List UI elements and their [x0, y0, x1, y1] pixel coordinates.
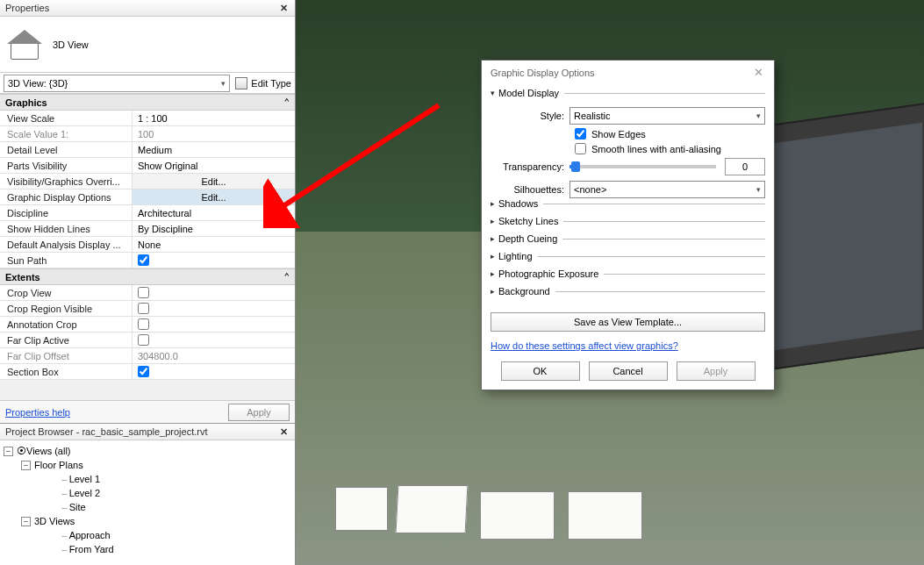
group-depth-cueing[interactable]: Depth Cueing [491, 233, 562, 244]
sun-path-checkbox[interactable] [138, 254, 149, 266]
paving-slab [396, 485, 469, 533]
group-photographic-exposure[interactable]: Photographic Exposure [491, 268, 604, 279]
show-edges-checkbox[interactable] [575, 128, 586, 139]
edit-type-button[interactable]: Edit Type [235, 77, 291, 89]
discipline-value[interactable]: Architectural [132, 205, 295, 220]
expander-icon[interactable]: − [21, 517, 31, 526]
graphic-display-options-dialog: Graphic Display Options ✕ Model Display … [481, 60, 775, 390]
type-selector[interactable]: 3D View [0, 17, 295, 73]
view-instance-combo[interactable]: 3D View: {3D} ▾ [4, 75, 230, 92]
visibility-graphics-edit-button[interactable]: Edit... [132, 174, 295, 189]
properties-apply-button[interactable]: Apply [228, 404, 290, 421]
transparency-value[interactable]: 0 [725, 158, 765, 175]
type-label: 3D View [53, 39, 89, 50]
far-clip-active-checkbox[interactable] [138, 334, 149, 346]
close-icon[interactable]: ✕ [277, 426, 290, 438]
smooth-lines-checkbox[interactable] [575, 143, 586, 154]
tree-item-approach[interactable]: Approach [69, 530, 111, 540]
tree-item-level2[interactable]: Level 2 [69, 488, 100, 498]
building-geometry [757, 102, 924, 372]
detail-level-value[interactable]: Medium [132, 142, 295, 157]
crop-view-checkbox[interactable] [138, 287, 149, 298]
chevron-down-icon: ▾ [221, 79, 226, 88]
ok-button[interactable]: OK [501, 361, 580, 381]
apply-button[interactable]: Apply [677, 361, 756, 381]
tree-item-floor-plans[interactable]: Floor Plans [34, 460, 83, 470]
section-graphics[interactable]: Graphics ⌃ [0, 94, 295, 111]
collapse-icon: ⌃ [283, 97, 290, 108]
tree-item-3d-views[interactable]: 3D Views [34, 516, 75, 526]
group-lighting[interactable]: Lighting [491, 251, 538, 261]
tree-item-from-yard[interactable]: From Yard [69, 544, 114, 554]
tree-item-level1[interactable]: Level 1 [69, 474, 100, 484]
project-browser-title: Project Browser - rac_basic_sample_proje… [5, 426, 207, 437]
properties-help-link[interactable]: Properties help [5, 407, 70, 418]
transparency-slider[interactable] [569, 165, 716, 168]
default-analysis-value[interactable]: None [132, 237, 295, 252]
group-model-display[interactable]: Model Display [491, 88, 564, 98]
view-scale-value[interactable]: 1 : 100 [132, 111, 295, 125]
chevron-down-icon: ▾ [756, 111, 761, 120]
close-icon[interactable]: ✕ [277, 3, 290, 14]
paving-slab [480, 491, 555, 540]
chevron-down-icon: ▾ [756, 185, 761, 194]
section-extents[interactable]: Extents ⌃ [0, 268, 295, 285]
crop-region-checkbox[interactable] [138, 303, 149, 314]
paving-slab [568, 491, 642, 540]
paving-slab [335, 487, 388, 531]
group-shadows[interactable]: Shadows [491, 198, 543, 209]
project-browser-tree[interactable]: −⦿ Views (all) −Floor Plans —Level 1 —Le… [0, 440, 295, 565]
collapse-icon: ⌃ [283, 271, 290, 282]
close-icon[interactable]: ✕ [751, 66, 765, 79]
parts-visibility-value[interactable]: Show Original [132, 158, 295, 173]
far-clip-offset-value: 304800.0 [132, 348, 295, 363]
expander-icon[interactable]: − [21, 461, 31, 470]
dialog-title: Graphic Display Options [491, 68, 595, 78]
show-hidden-value[interactable]: By Discipline [132, 221, 295, 236]
scale-value: 100 [132, 126, 295, 141]
properties-title: Properties [5, 3, 49, 13]
annotation-crop-checkbox[interactable] [138, 318, 149, 330]
edit-type-icon [235, 77, 247, 89]
cancel-button[interactable]: Cancel [589, 361, 668, 381]
group-sketchy-lines[interactable]: Sketchy Lines [491, 216, 563, 226]
silhouettes-select[interactable]: <none>▾ [569, 181, 765, 198]
house-icon [7, 30, 42, 60]
properties-panel: Properties ✕ 3D View 3D View: {3D} ▾ Edi… [0, 0, 296, 565]
graphic-display-edit-button[interactable]: Edit... [132, 190, 295, 204]
save-as-view-template-button[interactable]: Save as View Template... [491, 312, 765, 332]
properties-header[interactable]: Properties ✕ [0, 0, 295, 17]
group-background[interactable]: Background [491, 286, 555, 297]
style-select[interactable]: Realistic▾ [569, 107, 765, 125]
section-box-checkbox[interactable] [138, 366, 149, 377]
project-browser-header[interactable]: Project Browser - rac_basic_sample_proje… [0, 424, 295, 440]
expander-icon[interactable]: − [4, 447, 13, 456]
help-link[interactable]: How do these settings affect view graphi… [491, 340, 765, 351]
tree-item-site[interactable]: Site [69, 502, 86, 512]
